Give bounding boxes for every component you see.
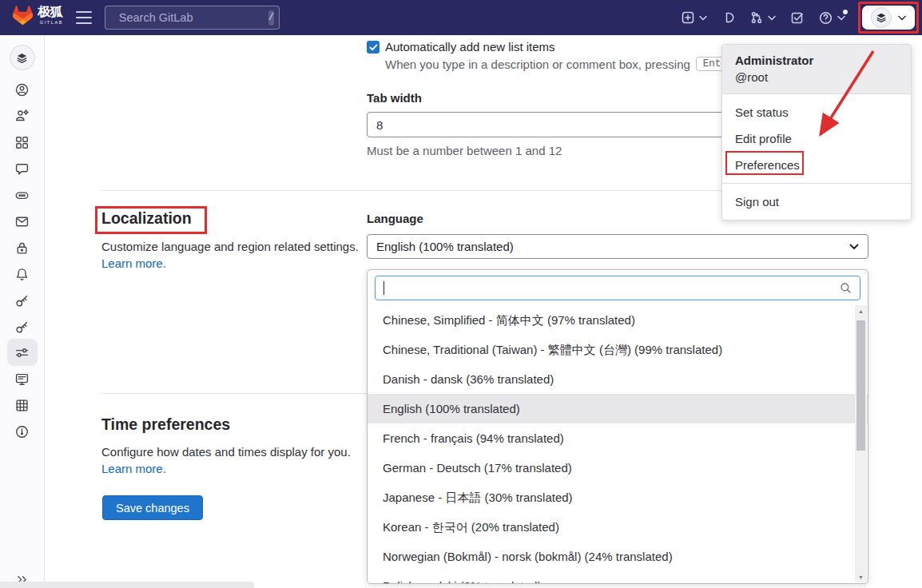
key-icon	[15, 294, 29, 308]
scroll-down-arrow[interactable]: ▼	[855, 574, 867, 580]
menu-item-preferences[interactable]: Preferences	[722, 152, 911, 178]
layers-avatar-icon	[876, 12, 887, 23]
issues-button[interactable]	[722, 11, 735, 24]
monitor-icon	[15, 372, 29, 386]
sidebar-item-profile-avatar[interactable]	[10, 45, 35, 70]
save-changes-button[interactable]: Save changes	[102, 495, 203, 520]
lock-icon	[15, 241, 29, 255]
sidebar-item-notifications[interactable]	[13, 264, 32, 284]
table-grid-icon	[15, 399, 29, 412]
status-tooltip	[0, 582, 254, 588]
language-option[interactable]: French - français (94% translated)	[368, 423, 868, 453]
language-option[interactable]: German - Deutsch (17% translated)	[368, 453, 868, 483]
language-options-list: Chinese, Simplified - 简体中文 (97% translat…	[368, 305, 868, 583]
bell-icon	[15, 268, 29, 281]
top-navbar: 极狐 GITLAB /	[0, 0, 922, 35]
tab-width-help: Must be a number between 1 and 12	[367, 144, 562, 157]
merge-request-icon	[750, 11, 763, 24]
auto-list-checkbox[interactable]	[367, 41, 380, 54]
sidebar-item-preferences[interactable]	[13, 343, 32, 362]
language-option[interactable]: Danish - dansk (36% translated)	[368, 364, 868, 394]
language-option[interactable]: Chinese, Simplified - 简体中文 (97% translat…	[368, 305, 868, 335]
sidebar-item-account[interactable]	[13, 105, 32, 125]
sidebar-item-usage-quotas[interactable]	[13, 422, 32, 441]
dropdown-scrollbar[interactable]: ▲ ▼	[855, 305, 867, 582]
menu-item-set-status[interactable]: Set status	[722, 99, 911, 125]
language-search-input[interactable]	[375, 276, 860, 300]
chat-bubble-icon	[15, 162, 29, 176]
sidebar-item-active-sessions[interactable]	[13, 369, 32, 388]
navbar-actions	[666, 0, 919, 35]
language-option[interactable]: Korean - 한국어 (20% translated)	[368, 512, 868, 542]
notification-dot	[843, 10, 848, 14]
sidebar-item-comment-templates[interactable]	[13, 395, 32, 415]
user-full-name: Administrator	[735, 53, 898, 68]
sidebar-item-emails[interactable]	[13, 212, 32, 231]
todos-button[interactable]	[791, 11, 804, 24]
search-icon	[840, 282, 852, 294]
description-text: Configure how dates and times display fo…	[101, 445, 351, 459]
localization-learn-more-link[interactable]: Learn more.	[101, 256, 166, 270]
language-option[interactable]: Japanese - 日本語 (30% translated)	[368, 483, 868, 512]
tanuki-icon	[13, 6, 33, 25]
scrollbar-thumb[interactable]	[856, 320, 865, 451]
sidebar-item-ssh-keys[interactable]	[13, 291, 32, 310]
account-person-gear-icon	[15, 109, 29, 122]
chevron-down-icon	[768, 15, 776, 21]
help-dropdown[interactable]	[819, 11, 845, 25]
time-preferences-description: Configure how dates and times display fo…	[101, 443, 377, 477]
sidebar-item-status-message[interactable]	[13, 185, 32, 205]
menu-item-edit-profile[interactable]: Edit profile	[722, 125, 911, 152]
chevron-down-icon	[849, 244, 859, 250]
sidebar-item-profile[interactable]	[13, 80, 32, 99]
search-icon	[113, 12, 113, 23]
chevron-down-icon	[898, 15, 906, 21]
user-dropdown-menu: Administrator @root Set status Edit prof…	[721, 44, 912, 220]
language-option-selected[interactable]: English (100% translated)	[368, 394, 868, 423]
language-option[interactable]: Polish - polski (3% translated)	[368, 571, 868, 583]
auto-list-help: When you type in a description or commen…	[385, 57, 755, 71]
language-label: Language	[367, 212, 423, 225]
merge-requests-dropdown[interactable]	[750, 11, 776, 24]
scroll-up-arrow[interactable]: ▲	[855, 308, 867, 314]
brand-subtitle: GITLAB	[38, 20, 63, 25]
navbar-search[interactable]: /	[105, 6, 280, 30]
localization-title: Localization	[101, 209, 192, 228]
sidebar-item-password[interactable]	[13, 238, 32, 257]
language-dropdown-panel: Chinese, Simplified - 简体中文 (97% translat…	[367, 269, 868, 584]
todo-check-icon	[791, 11, 804, 24]
avatar	[871, 7, 892, 28]
sidebar-item-chat[interactable]	[13, 159, 32, 178]
preferences-sliders-icon	[15, 346, 29, 360]
sidebar-item-applications[interactable]	[13, 133, 32, 152]
chevron-down-icon	[699, 15, 707, 21]
auto-list-label: Automatically add new list items	[385, 40, 555, 54]
sidebar-item-gpg-keys[interactable]	[13, 317, 32, 336]
check-icon	[369, 44, 378, 51]
settings-sidebar	[0, 35, 45, 588]
user-menu-header: Administrator @root	[722, 45, 911, 94]
search-shortcut-badge: /	[268, 10, 274, 26]
menu-divider	[722, 183, 911, 184]
issues-icon	[722, 11, 735, 24]
menu-toggle-icon[interactable]	[76, 11, 92, 24]
applications-grid-icon	[15, 136, 29, 149]
time-learn-more-link[interactable]: Learn more.	[101, 462, 166, 475]
menu-item-sign-out[interactable]: Sign out	[722, 189, 911, 215]
user-handle: @root	[735, 70, 898, 85]
brand-title: 极狐	[38, 6, 63, 18]
chevron-down-icon	[837, 15, 845, 21]
layers-avatar-icon	[16, 52, 28, 64]
auto-list-setting: Automatically add new list items	[367, 40, 555, 54]
language-option[interactable]: Norwegian (Bokmål) - norsk (bokmål) (24%…	[368, 542, 868, 571]
gitlab-logo[interactable]: 极狐 GITLAB	[13, 6, 63, 25]
gauge-icon	[15, 425, 29, 439]
language-option[interactable]: Chinese, Traditional (Taiwan) - 繁體中文 (台灣…	[368, 335, 868, 364]
user-menu-items: Set status Edit profile Preferences Sign…	[722, 94, 911, 215]
language-selected-value: English (100% translated)	[376, 240, 849, 253]
search-input[interactable]	[119, 11, 268, 24]
time-preferences-title: Time preferences	[101, 415, 230, 434]
language-select[interactable]: English (100% translated)	[367, 234, 868, 259]
new-item-dropdown[interactable]	[682, 11, 707, 24]
user-avatar-button[interactable]	[862, 6, 915, 30]
